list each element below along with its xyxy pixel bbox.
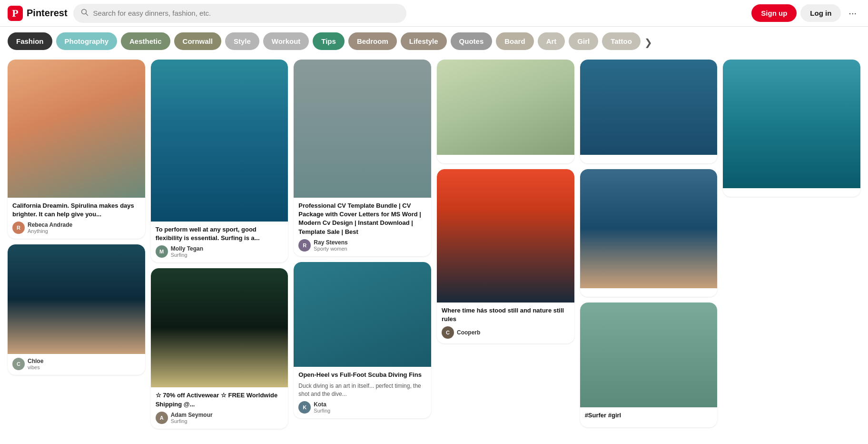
- author-name: Rebeca Andrade: [28, 222, 72, 228]
- pin-card[interactable]: [437, 60, 574, 163]
- pin-card[interactable]: California Dreamin. Spirulina makes days…: [8, 60, 145, 239]
- category-tag-aesthetic[interactable]: Aesthetic: [121, 32, 170, 50]
- pin-image: [723, 60, 860, 188]
- pin-description: Duck diving is an art in itself... perfe…: [298, 382, 426, 398]
- pin-body: [723, 188, 860, 197]
- pin-author: KKotaSurfing: [298, 401, 426, 414]
- author-info: Cooperb: [457, 329, 480, 336]
- author-name: Chloe: [28, 358, 43, 364]
- pin-author: CChloevibes: [12, 358, 140, 370]
- pin-image: [580, 303, 718, 407]
- category-tag-cornwall[interactable]: Cornwall: [174, 32, 221, 50]
- pin-body: #Surfer #girl: [580, 407, 718, 427]
- pin-card[interactable]: Professional CV Template Bundle | CV Pac…: [294, 60, 431, 256]
- pin-card[interactable]: To perform well at any sport, good flexi…: [151, 60, 288, 262]
- svg-line-3: [86, 13, 88, 15]
- author-name: Molly Tegan: [171, 245, 203, 252]
- pin-body: To perform well at any sport, good flexi…: [151, 222, 288, 262]
- category-tag-workout[interactable]: Workout: [263, 32, 309, 50]
- pin-card[interactable]: ☆ 70% off Activewear ☆ FREE Worldwide Sh…: [151, 268, 288, 428]
- pin-title: California Dreamin. Spirulina makes days…: [12, 202, 140, 219]
- pin-image: [151, 60, 288, 222]
- category-tag-photography[interactable]: Photography: [56, 32, 118, 50]
- pin-image: [294, 262, 431, 367]
- svg-text:P: P: [12, 7, 18, 19]
- pin-author: CCooperb: [442, 326, 570, 339]
- pinterest-logo-icon: P: [8, 6, 23, 21]
- pin-body: California Dreamin. Spirulina makes days…: [8, 198, 145, 239]
- login-button[interactable]: Log in: [800, 4, 841, 22]
- header: P Pinterest Sign up Log in ···: [0, 0, 868, 27]
- pin-card[interactable]: #Surfer #girl: [580, 303, 718, 427]
- author-info: Chloevibes: [28, 358, 43, 370]
- pin-card[interactable]: CChloevibes: [8, 244, 145, 375]
- author-info: KotaSurfing: [314, 401, 330, 414]
- pin-image: [294, 60, 431, 198]
- pin-image: [580, 169, 718, 288]
- pin-body: Open-Heel vs Full-Foot Scuba Diving Fins…: [294, 367, 431, 418]
- avatar: M: [156, 245, 168, 258]
- header-actions: Sign up Log in ···: [751, 4, 860, 22]
- avatar: A: [156, 412, 168, 424]
- author-info: Molly TeganSurfing: [171, 245, 203, 258]
- author-info: Ray StevensSporty women: [314, 239, 347, 252]
- author-board: Surfing: [171, 418, 213, 424]
- pin-image: [437, 60, 574, 155]
- pin-body: CChloevibes: [8, 354, 145, 375]
- category-tag-lifestyle[interactable]: Lifestyle: [401, 32, 447, 50]
- pin-card[interactable]: Where time hás stood still and nature st…: [437, 169, 574, 343]
- avatar: K: [298, 401, 311, 414]
- avatar: R: [12, 222, 25, 234]
- signup-button[interactable]: Sign up: [751, 4, 797, 22]
- pin-card[interactable]: [723, 60, 860, 197]
- pin-image: [151, 268, 288, 387]
- logo-area[interactable]: P Pinterest: [8, 6, 68, 21]
- pin-card[interactable]: [580, 169, 718, 297]
- pin-image: [580, 60, 718, 155]
- category-tag-tips[interactable]: Tips: [313, 32, 345, 50]
- category-tag-bedroom[interactable]: Bedroom: [348, 32, 397, 50]
- category-tag-tattoo[interactable]: Tattoo: [602, 32, 641, 50]
- category-bar: FashionPhotographyAestheticCornwallStyle…: [0, 27, 868, 56]
- author-board: Sporty women: [314, 246, 347, 252]
- pin-card[interactable]: Open-Heel vs Full-Foot Scuba Diving Fins…: [294, 262, 431, 418]
- author-info: Rebeca AndradeAnything: [28, 222, 72, 234]
- pin-title: Professional CV Template Bundle | CV Pac…: [298, 202, 426, 236]
- category-tag-girl[interactable]: Girl: [569, 32, 598, 50]
- author-info: Adam SeymourSurfing: [171, 412, 213, 424]
- category-tag-fashion[interactable]: Fashion: [8, 32, 52, 50]
- author-board: Anything: [28, 228, 72, 234]
- pin-body: Professional CV Template Bundle | CV Pac…: [294, 198, 431, 256]
- pin-body: [580, 155, 718, 163]
- pin-image: [437, 169, 574, 303]
- search-bar: [73, 4, 406, 23]
- category-scroll-right-button[interactable]: ❯: [644, 37, 652, 48]
- logo-text: Pinterest: [27, 8, 68, 19]
- avatar: C: [12, 358, 25, 370]
- pin-body: [437, 155, 574, 163]
- search-input[interactable]: [93, 9, 399, 17]
- category-tag-art[interactable]: Art: [538, 32, 565, 50]
- avatar: C: [442, 326, 454, 339]
- author-name: Cooperb: [457, 329, 480, 336]
- category-tag-board[interactable]: Board: [496, 32, 533, 50]
- pin-title: ☆ 70% off Activewear ☆ FREE Worldwide Sh…: [156, 391, 284, 408]
- pin-body: ☆ 70% off Activewear ☆ FREE Worldwide Sh…: [151, 387, 288, 428]
- pin-title: Open-Heel vs Full-Foot Scuba Diving Fins: [298, 371, 426, 379]
- pin-author: AAdam SeymourSurfing: [156, 412, 284, 424]
- pin-card[interactable]: [580, 60, 718, 163]
- category-tag-quotes[interactable]: Quotes: [451, 32, 493, 50]
- author-board: Surfing: [314, 408, 330, 414]
- pin-author: RRebeca AndradeAnything: [12, 222, 140, 234]
- pin-body: Where time hás stood still and nature st…: [437, 303, 574, 343]
- pin-author: RRay StevensSporty women: [298, 239, 426, 252]
- more-options-button[interactable]: ···: [845, 4, 860, 22]
- pin-author: MMolly TeganSurfing: [156, 245, 284, 258]
- category-tag-style[interactable]: Style: [225, 32, 259, 50]
- author-board: Surfing: [171, 252, 203, 258]
- pin-title: Where time hás stood still and nature st…: [442, 306, 570, 323]
- pin-image: [8, 244, 145, 354]
- pin-image: [8, 60, 145, 198]
- author-name: Kota: [314, 401, 330, 408]
- pins-grid: California Dreamin. Spirulina makes days…: [0, 56, 868, 433]
